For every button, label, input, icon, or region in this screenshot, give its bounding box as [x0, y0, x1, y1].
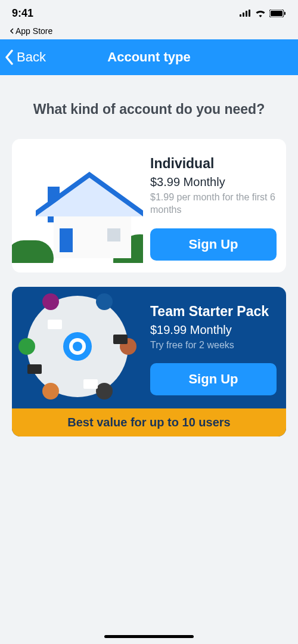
- content: What kind of account do you need? Indivi…: [0, 75, 298, 436]
- svg-rect-28: [27, 364, 42, 374]
- svg-rect-25: [48, 320, 62, 329]
- svg-rect-13: [60, 228, 73, 252]
- battery-icon: [269, 10, 286, 17]
- team-illustration: [12, 287, 143, 408]
- breadcrumb-label: App Store: [15, 26, 52, 36]
- home-indicator[interactable]: [104, 635, 194, 638]
- nav-bar: Back Account type: [0, 39, 298, 75]
- plan-title: Team Starter Pack: [150, 304, 277, 320]
- team-banner: Best value for up to 10 users: [12, 408, 286, 436]
- plan-card-individual: Individual $3.99 Monthly $1.99 per month…: [12, 139, 286, 273]
- svg-rect-5: [271, 11, 283, 16]
- status-icons: [240, 10, 286, 17]
- plan-card-team: Team Starter Pack $19.99 Monthly Try fre…: [12, 287, 286, 436]
- svg-rect-2: [246, 11, 247, 17]
- svg-point-19: [96, 293, 113, 310]
- svg-rect-27: [83, 379, 98, 389]
- back-button[interactable]: Back: [5, 49, 46, 65]
- chevron-left-icon: [5, 49, 14, 65]
- svg-rect-3: [249, 10, 250, 17]
- plan-body-team: Team Starter Pack $19.99 Monthly Try fre…: [143, 287, 286, 408]
- heading: What kind of account do you need?: [12, 101, 286, 117]
- svg-rect-7: [12, 240, 54, 263]
- breadcrumb[interactable]: App Store: [0, 26, 298, 39]
- cellular-icon: [240, 10, 252, 17]
- signup-button-individual[interactable]: Sign Up: [150, 228, 277, 261]
- breadcrumb-caret-icon: [10, 28, 14, 34]
- wifi-icon: [255, 10, 266, 17]
- plan-body-individual: Individual $3.99 Monthly $1.99 per month…: [143, 139, 286, 273]
- plan-title: Individual: [150, 156, 277, 172]
- plan-sub: Try free for 2 weeks: [150, 339, 277, 352]
- individual-illustration: [12, 139, 143, 273]
- svg-rect-6: [284, 12, 285, 15]
- svg-point-24: [42, 293, 59, 310]
- plan-sub: $1.99 per month for the first 6 months: [150, 191, 277, 216]
- svg-rect-14: [107, 228, 120, 242]
- svg-point-23: [18, 338, 35, 355]
- status-time: 9:41: [12, 7, 33, 20]
- plan-price: $19.99 Monthly: [150, 323, 277, 337]
- page-title: Account type: [107, 49, 190, 65]
- svg-rect-1: [243, 13, 244, 17]
- svg-rect-0: [240, 14, 241, 17]
- plan-price: $3.99 Monthly: [150, 175, 277, 189]
- svg-point-18: [73, 342, 82, 351]
- svg-point-21: [96, 383, 113, 400]
- signup-button-team[interactable]: Sign Up: [150, 363, 277, 395]
- back-label: Back: [17, 49, 46, 65]
- status-bar: 9:41: [0, 0, 298, 26]
- svg-rect-26: [113, 335, 128, 344]
- svg-point-22: [42, 383, 59, 400]
